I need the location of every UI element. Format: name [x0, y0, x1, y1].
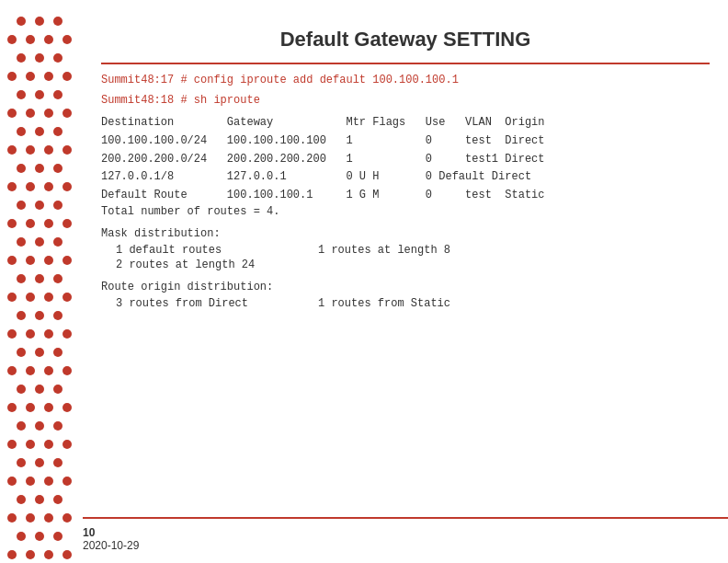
decorative-dot [63, 477, 72, 486]
decorative-dot [53, 201, 63, 210]
command-1: Summit48:17 # config iproute add default… [101, 74, 710, 86]
decorative-dot [7, 219, 17, 228]
decorative-dot [26, 35, 35, 44]
route-origin-rows: 3 routes from Direct1 routes from Static [101, 297, 710, 310]
decorative-dot [35, 201, 44, 210]
decorative-dot [17, 201, 26, 210]
decorative-dot [53, 458, 63, 467]
decorative-dot [26, 513, 35, 523]
decorative-dot [17, 164, 26, 173]
dots-decoration [0, 0, 74, 563]
decorative-dot [17, 17, 26, 26]
decorative-dot [26, 403, 35, 412]
decorative-dot [7, 182, 17, 191]
decorative-dot [63, 35, 72, 44]
decorative-dot [63, 145, 72, 155]
mask-dist-col2: 1 routes at length 8 [318, 244, 450, 257]
decorative-dot [63, 403, 72, 412]
decorative-dot [17, 532, 26, 541]
decorative-dot [53, 421, 63, 431]
decorative-dot [26, 109, 35, 118]
mask-dist-col1: 2 routes at length 24 [116, 259, 318, 271]
page-title: Default Gateway SETTING [101, 28, 710, 52]
decorative-dot [7, 72, 17, 81]
footer-page: 10 [83, 526, 139, 539]
decorative-dot [7, 145, 17, 155]
decorative-dot [35, 532, 44, 541]
mask-dist-rows: 1 default routes1 routes at length 82 ro… [101, 244, 710, 271]
decorative-dot [7, 550, 17, 559]
mask-dist-row: 1 default routes1 routes at length 8 [116, 244, 710, 257]
top-divider [101, 63, 710, 64]
command-2: Summit48:18 # sh iproute [101, 94, 710, 107]
decorative-dot [7, 477, 17, 486]
mask-dist-title: Mask distribution: [101, 227, 710, 240]
total-routes: Total number of routes = 4. [101, 205, 710, 218]
decorative-dot [53, 348, 63, 357]
decorative-dot [44, 440, 53, 449]
decorative-dot [35, 17, 44, 26]
decorative-dot [44, 256, 53, 265]
mask-dist-row: 2 routes at length 24 [116, 259, 710, 271]
decorative-dot [17, 274, 26, 283]
decorative-dot [44, 293, 53, 302]
decorative-dot [35, 421, 44, 431]
decorative-dot [53, 127, 63, 136]
decorative-dot [17, 458, 26, 467]
decorative-dot [53, 274, 63, 283]
decorative-dot [35, 164, 44, 173]
decorative-dot [44, 477, 53, 486]
decorative-dot [7, 109, 17, 118]
decorative-dot [17, 311, 26, 320]
decorative-dot [17, 53, 26, 63]
decorative-dot [44, 145, 53, 155]
route-origin-title: Route origin distribution: [101, 281, 710, 293]
decorative-dot [26, 72, 35, 81]
decorative-dot [26, 145, 35, 155]
decorative-dot [7, 440, 17, 449]
decorative-dot [53, 311, 63, 320]
decorative-dot [63, 109, 72, 118]
decorative-dot [35, 385, 44, 394]
decorative-dot [63, 182, 72, 191]
decorative-dot [17, 385, 26, 394]
decorative-dot [35, 53, 44, 63]
decorative-dot [44, 109, 53, 118]
decorative-dot [44, 72, 53, 81]
decorative-dot [63, 366, 72, 375]
decorative-dot [35, 127, 44, 136]
decorative-dot [63, 293, 72, 302]
decorative-dot [44, 182, 53, 191]
origin-row: 3 routes from Direct1 routes from Static [116, 297, 710, 310]
decorative-dot [44, 366, 53, 375]
decorative-dot [44, 329, 53, 339]
decorative-dot [26, 477, 35, 486]
bottom-divider [83, 517, 728, 519]
decorative-dot [17, 237, 26, 247]
decorative-dot [44, 403, 53, 412]
decorative-dot [35, 458, 44, 467]
decorative-dot [53, 385, 63, 394]
decorative-dot [26, 550, 35, 559]
decorative-dot [63, 329, 72, 339]
mask-dist-col1: 1 default routes [116, 244, 318, 257]
decorative-dot [26, 293, 35, 302]
route-table: Destination Gateway Mtr Flags Use VLAN O… [101, 114, 710, 205]
decorative-dot [17, 348, 26, 357]
decorative-dot [44, 35, 53, 44]
decorative-dot [63, 513, 72, 523]
decorative-dot [35, 237, 44, 247]
decorative-dot [63, 256, 72, 265]
decorative-dot [7, 403, 17, 412]
decorative-dot [35, 90, 44, 99]
decorative-dot [53, 532, 63, 541]
decorative-dot [53, 90, 63, 99]
origin-col2: 1 routes from Static [318, 297, 450, 310]
decorative-dot [7, 256, 17, 265]
decorative-dot [7, 513, 17, 523]
decorative-dot [26, 329, 35, 339]
decorative-dot [44, 550, 53, 559]
decorative-dot [17, 90, 26, 99]
decorative-dot [53, 164, 63, 173]
decorative-dot [7, 293, 17, 302]
